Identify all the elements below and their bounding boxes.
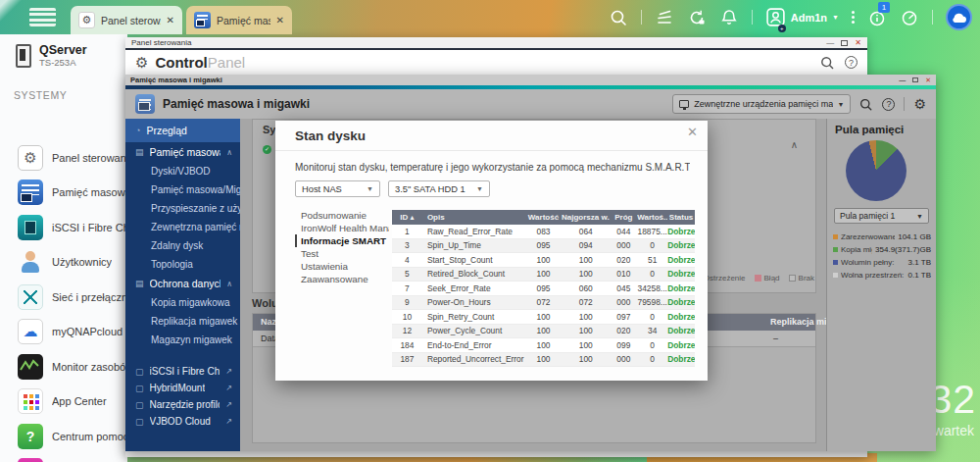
myqnapcloud-icon[interactable] — [946, 4, 972, 30]
collapse-chevron-icon[interactable]: ∧ — [791, 139, 798, 150]
external-storage-button[interactable]: Zewnętrzne urządzenia pamięci masowej ▼ — [672, 94, 851, 114]
sidebar-item[interactable]: ?Centrum pomocy — [0, 419, 127, 454]
maximize-button[interactable] — [841, 40, 848, 46]
help-icon[interactable]: ? — [882, 98, 895, 111]
main-menu-icon[interactable] — [29, 8, 56, 26]
close-icon[interactable]: ✕ — [687, 125, 698, 139]
sync-icon[interactable] — [687, 8, 707, 27]
storage-window-header: Pamięć masowa i migawki Zewnętrzne urząd… — [125, 89, 936, 119]
column-header[interactable]: Wartość — [525, 213, 562, 222]
storage-nav-subitem[interactable]: Replikacja migawek — [125, 312, 240, 331]
sidebar-item-label: Panel sterowania — [52, 152, 127, 164]
close-icon[interactable]: ✕ — [167, 15, 174, 26]
storage-nav-link[interactable]: ▢HybridMount↗ — [125, 380, 240, 396]
dialog-menu-item[interactable]: IronWolf Health Mana... — [295, 222, 389, 234]
control-panel-titlebar[interactable]: Panel sterowania — ✕ — [125, 37, 867, 50]
dialog-menu-item[interactable]: Ustawienia — [295, 260, 389, 273]
storage-window-titlebar[interactable]: Pamięć masowa i migawki — ✕ — [125, 75, 936, 85]
disk-select[interactable]: 3.5" SATA HDD 1 ▼ — [388, 180, 490, 197]
sidebar-item[interactable]: HDAplikacje do obsługi — [0, 454, 127, 462]
storage-nav-subitem[interactable]: Magazyn migawek — [125, 331, 240, 349]
smart-table-row[interactable]: 1Raw_Read_Error_Rate08306404418875...Dob… — [392, 225, 695, 239]
table-cell: 9 — [392, 297, 422, 307]
storage-nav-section[interactable]: ▤Pamięć masowa∧ — [125, 142, 240, 162]
column-header[interactable]: ID ▴ — [392, 213, 422, 222]
divider — [752, 10, 753, 25]
dashboard-gauge-icon[interactable] — [900, 8, 919, 27]
table-cell: 000 — [610, 240, 637, 250]
column-header[interactable]: Próg — [610, 213, 637, 222]
storage-nav-subitem[interactable]: Przyspieszanie z użyciem ... — [125, 199, 240, 218]
smart-table-row[interactable]: 10Spin_Retry_Count1001000970Dobrze — [392, 310, 695, 325]
user-menu[interactable]: + Adm1n ▼ — [765, 7, 839, 27]
sidebar-item[interactable]: Sieć i przełączniki — [0, 280, 127, 315]
smart-table-row[interactable]: 187Reported_Uncorrect_Error1001000000Dob… — [392, 353, 695, 368]
dialog-menu-item[interactable]: Informacje SMART — [295, 234, 389, 247]
smart-table-row[interactable]: 9Power-On_Hours07207200079598...Dobrze — [392, 296, 695, 311]
smart-table: ID ▴OpisWartośćNajgorsza w...PrógWartoś.… — [392, 210, 695, 367]
table-cell: 100 — [525, 354, 562, 364]
column-header[interactable]: Wartoś... — [637, 213, 667, 222]
status-cell: Dobrze — [667, 283, 695, 293]
minimize-button[interactable]: — — [899, 77, 906, 83]
search-icon[interactable] — [819, 55, 835, 71]
storage-nav-link[interactable]: ▢iSCSI i Fibre Channel↗ — [125, 363, 240, 380]
legend-value: 3.1 TB — [908, 258, 931, 267]
taskbar-right: + Adm1n ▼ 1 — [609, 0, 980, 34]
dialog-menu-item[interactable]: Zaawansowane — [295, 273, 389, 285]
help-icon[interactable]: ? — [845, 56, 858, 69]
background-tasks-icon[interactable] — [655, 8, 674, 27]
dialog-menu-item[interactable]: Podsumowanie — [295, 209, 389, 222]
taskbar-tab[interactable]: Pamięć mas...✕ — [186, 6, 292, 34]
sidebar-item[interactable]: ⚙Panel sterowania — [0, 140, 127, 176]
close-button[interactable]: ✕ — [855, 38, 861, 47]
sidebar-item[interactable]: Użytkownicy — [0, 245, 127, 281]
maximize-button[interactable] — [912, 77, 918, 82]
sidebar-item[interactable]: Pamięć masowa — [0, 176, 127, 211]
column-header[interactable]: Najgorsza w... — [562, 213, 610, 222]
column-header[interactable]: Opis — [422, 213, 525, 222]
sidebar-item[interactable]: App Center — [0, 385, 127, 420]
dialog-menu-item[interactable]: Test — [295, 247, 389, 260]
smart-table-row[interactable]: 184End-to-End_Error1001000990Dobrze — [392, 338, 695, 353]
storage-nav-subitem[interactable]: Dyski/VJBOD — [125, 162, 240, 180]
table-cell: Start_Stop_Count — [422, 255, 525, 265]
server-info[interactable]: QServer TS-253A — [0, 34, 127, 68]
close-button[interactable]: ✕ — [925, 77, 931, 84]
taskbar: ⚙Panel sterow...✕Pamięć mas...✕ + Adm1n … — [0, 0, 980, 34]
close-icon[interactable]: ✕ — [276, 15, 284, 26]
smart-table-row[interactable]: 7Seek_Error_Rate09506004534258...Dobrze — [392, 282, 695, 296]
storage-nav-item[interactable]: ◔Przegląd — [125, 119, 240, 142]
search-icon[interactable] — [858, 97, 873, 112]
smart-table-row[interactable]: 12Power_Cycle_Count10010002034Dobrze — [392, 325, 695, 339]
smart-table-row[interactable]: 3Spin_Up_Time0950940000Dobrze — [392, 239, 695, 254]
storage-nav-subitem[interactable]: Pamięć masowa/Migawki — [125, 180, 240, 199]
notifications-bell-icon[interactable] — [719, 8, 739, 27]
table-cell: 5 — [392, 269, 422, 279]
host-select[interactable]: Host NAS ▼ — [295, 180, 380, 197]
system-info-icon[interactable]: 1 — [867, 8, 887, 27]
minimize-button[interactable]: — — [826, 40, 834, 46]
storage-nav-subitem[interactable]: Zewnętrzna pamięć maso... — [125, 218, 240, 236]
sidebar-item[interactable]: ☁myQNAPcloud — [0, 315, 127, 350]
search-icon[interactable] — [609, 8, 628, 27]
taskbar-tab[interactable]: ⚙Panel sterow...✕ — [71, 6, 182, 34]
storage-nav-subitem[interactable]: Zdalny dysk — [125, 236, 240, 255]
more-options-icon[interactable] — [852, 11, 855, 14]
pool-selector[interactable]: Pula pamięci 1 ▼ — [834, 208, 929, 224]
storage-nav-subitem[interactable]: Kopia migawkowa — [125, 293, 240, 312]
column-header[interactable]: Status — [667, 213, 695, 222]
storage-nav-subitem[interactable]: Topologia — [125, 255, 240, 274]
sidebar-item[interactable]: iSCSI i Fibre Channel — [0, 210, 127, 245]
storage-nav-section[interactable]: ▤Ochrona danych∧ — [125, 274, 240, 293]
table-cell: 020 — [610, 255, 637, 265]
smart-table-row[interactable]: 5Retired_Block_Count1001000100Dobrze — [392, 268, 695, 282]
divider — [275, 150, 708, 151]
storage-nav-link[interactable]: ▢VJBOD Cloud↗ — [125, 413, 240, 430]
smart-table-row[interactable]: 4Start_Stop_Count10010002051Dobrze — [392, 253, 695, 268]
settings-gear-icon[interactable]: ⚙ — [913, 96, 926, 112]
sidebar-item[interactable]: Monitor zasobów — [0, 349, 127, 385]
user-star-badge: + — [778, 25, 786, 32]
section-icon: ▤ — [135, 279, 144, 288]
storage-nav-link[interactable]: ▢Narzędzie profilowani...↗ — [125, 396, 240, 413]
